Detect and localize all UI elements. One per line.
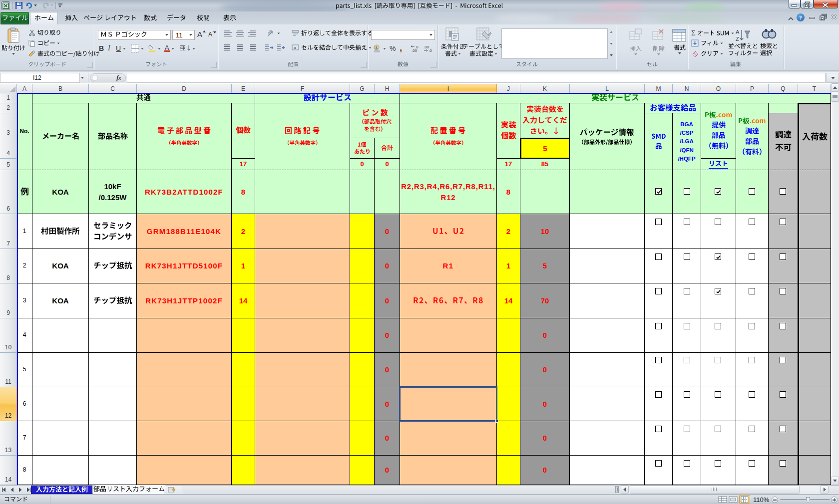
svg-text:$: $ — [376, 45, 378, 50]
svg-text:.0: .0 — [428, 48, 432, 52]
svg-text:Z: Z — [736, 36, 739, 42]
svg-text:a: a — [294, 45, 296, 50]
svg-text:A: A — [736, 29, 740, 35]
svg-text:.00: .00 — [412, 48, 418, 52]
